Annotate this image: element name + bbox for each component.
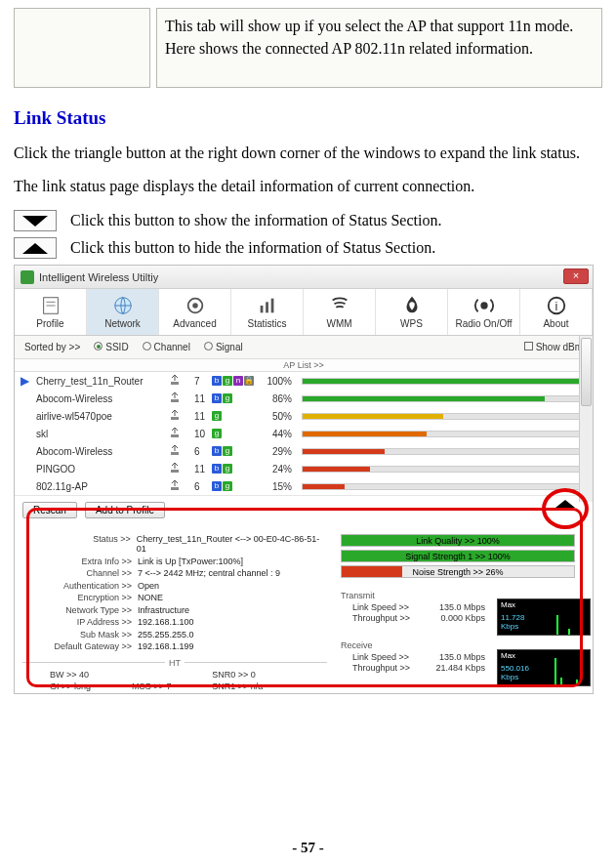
window-close-button[interactable]: × <box>563 268 589 284</box>
network-icon <box>112 295 134 316</box>
ap-mode-badges: bg <box>212 464 259 474</box>
advanced-icon <box>185 295 206 316</box>
ap-row[interactable]: airlive-wl5470poe11g50% <box>15 407 593 425</box>
svg-point-9 <box>480 303 487 309</box>
tab-network[interactable]: Network <box>87 289 159 335</box>
svg-rect-16 <box>171 452 179 455</box>
ap-mode-badges: bgn🔒 <box>212 376 259 386</box>
sort-opt-channel[interactable]: Channel <box>143 342 190 352</box>
about-icon: i <box>546 295 567 316</box>
section-body-text: Click the triangle button at the right d… <box>14 137 602 202</box>
ap-signal-pct: 50% <box>263 411 298 422</box>
radio-icon <box>473 295 495 316</box>
tab-profile[interactable]: Profile <box>15 289 87 335</box>
triangle-up-icon <box>22 243 48 254</box>
app-window: Intelligent Wireless Utiltiy × Profile N… <box>14 265 594 694</box>
tab-profile-label: Profile <box>36 318 63 329</box>
ap-mode-badges: g <box>212 411 259 421</box>
ap-mode-badges: bg <box>212 446 259 456</box>
svg-rect-18 <box>171 487 179 490</box>
ap-signal-pct: 15% <box>263 481 298 492</box>
show-dbm-checkbox[interactable]: Show dBm <box>524 342 583 352</box>
ap-channel: 11 <box>194 464 208 474</box>
ap-row[interactable]: PINGOO11bg24% <box>15 460 593 477</box>
wps-icon <box>401 295 423 316</box>
sort-row: Sorted by >> SSID Channel Signal Show dB… <box>15 336 593 359</box>
ap-row[interactable]: Abocom-Wireless6bg29% <box>15 442 593 460</box>
ap-signal-bar <box>302 395 585 402</box>
svg-rect-7 <box>266 303 268 313</box>
svg-rect-13 <box>171 399 179 402</box>
red-highlight-rect <box>26 508 583 687</box>
section-heading-link-status: Link Status <box>14 107 602 129</box>
radio-icon <box>143 342 151 351</box>
tab-advanced[interactable]: Advanced <box>159 289 231 335</box>
ap-signal-pct: 24% <box>263 464 298 474</box>
ap-ssid: 802.11g-AP <box>36 481 165 492</box>
ap-ssid: skl <box>36 429 165 439</box>
triangle-down-button[interactable] <box>14 210 57 231</box>
antenna-icon <box>169 427 190 440</box>
triangle-up-description: Click this button to hide the informatio… <box>70 239 435 257</box>
ap-ssid: PINGOO <box>36 464 165 474</box>
tab-wps[interactable]: WPS <box>376 289 448 335</box>
screenshot-container: Intelligent Wireless Utiltiy × Profile N… <box>14 265 602 694</box>
ap-channel: 7 <box>194 376 208 387</box>
ap-signal-bar <box>302 378 585 385</box>
sort-opt-signal[interactable]: Signal <box>204 342 243 352</box>
wmm-icon <box>329 295 350 316</box>
ap-list: ▶Cherry_test_11n_Router7bgn🔒100%Abocom-W… <box>15 372 593 495</box>
tab-wmm[interactable]: WMM <box>304 289 376 335</box>
ap-row[interactable]: Abocom-Wireless11bg86% <box>15 390 593 407</box>
tab-statistics-label: Statistics <box>247 318 286 329</box>
page-number: - 57 - <box>0 840 616 856</box>
antenna-icon <box>169 479 190 493</box>
ap-row[interactable]: skl10g44% <box>15 425 593 442</box>
antenna-icon <box>169 374 190 388</box>
tab-wmm-label: WMM <box>326 318 351 329</box>
triangle-down-description: Click this button to show the informatio… <box>70 212 441 229</box>
ap-signal-pct: 86% <box>263 393 298 404</box>
tab-radio-label: Radio On/Off <box>455 318 512 329</box>
svg-rect-8 <box>270 299 273 313</box>
radio-icon <box>94 342 103 351</box>
window-titlebar: Intelligent Wireless Utiltiy × <box>15 266 593 289</box>
antenna-icon <box>169 462 190 475</box>
svg-rect-12 <box>171 382 179 385</box>
svg-point-5 <box>192 303 198 309</box>
scrollbar-thumb[interactable] <box>581 338 592 406</box>
ap-channel: 6 <box>194 446 208 457</box>
ap-ssid: Cherry_test_11n_Router <box>36 376 165 387</box>
ap-channel: 11 <box>194 411 208 422</box>
sort-opt-ssid[interactable]: SSID <box>94 342 128 352</box>
triangle-up-button[interactable] <box>14 237 57 259</box>
ap-signal-pct: 100% <box>263 376 298 387</box>
ap-signal-pct: 44% <box>263 429 298 439</box>
ap-mode-badges: bg <box>212 481 259 491</box>
tab-radio[interactable]: Radio On/Off <box>448 289 520 335</box>
ap-signal-pct: 29% <box>263 446 298 457</box>
svg-text:i: i <box>554 299 557 313</box>
statistics-icon <box>257 295 278 316</box>
triangle-down-icon <box>22 216 48 227</box>
tab-about[interactable]: i About <box>520 289 593 335</box>
ap-row[interactable]: ▶Cherry_test_11n_Router7bgn🔒100% <box>15 372 593 390</box>
ap-row[interactable]: 802.11g-AP6bg15% <box>15 477 593 495</box>
antenna-icon <box>169 444 190 458</box>
top-description-row: This tab will show up if you select the … <box>14 8 602 88</box>
ap-signal-bar <box>302 483 585 490</box>
tab-about-label: About <box>543 318 568 329</box>
ap-signal-bar <box>302 448 585 455</box>
ap-list-label: AP List >> <box>15 359 593 372</box>
main-tabs: Profile Network Advanced Statistics WMM … <box>15 289 593 336</box>
ap-list-scrollbar[interactable] <box>579 336 593 502</box>
tab-statistics[interactable]: Statistics <box>231 289 304 335</box>
ap-mode-badges: g <box>212 429 259 438</box>
checkbox-icon <box>524 342 533 351</box>
svg-rect-6 <box>260 306 263 312</box>
ap-selected-icon: ▶ <box>21 374 32 388</box>
ap-channel: 11 <box>194 393 208 404</box>
ap-ssid: airlive-wl5470poe <box>36 411 165 422</box>
ap-signal-bar <box>302 431 585 437</box>
ap-ssid: Abocom-Wireless <box>36 393 165 404</box>
